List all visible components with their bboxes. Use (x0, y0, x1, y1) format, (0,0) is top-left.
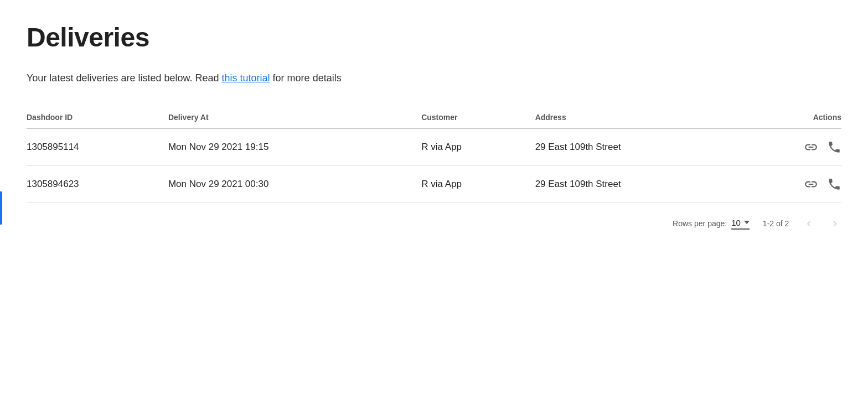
link-icon-row1[interactable] (804, 140, 818, 154)
tutorial-link[interactable]: this tutorial (222, 72, 270, 84)
col-delivery-at: Delivery At (168, 106, 421, 129)
col-actions: Actions (755, 106, 841, 129)
subtitle-text-after: for more details (273, 72, 342, 84)
chevron-down-icon (744, 221, 750, 224)
phone-icon-row2[interactable] (827, 177, 841, 191)
next-page-button[interactable]: › (829, 214, 841, 233)
table-header: Dashdoor ID Delivery At Customer Address… (27, 106, 841, 129)
table-row: 1305894623 Mon Nov 29 2021 00:30 R via A… (27, 166, 841, 203)
rows-per-page-label: Rows per page: (673, 219, 727, 228)
rows-per-page-control: Rows per page: 10 (673, 218, 750, 230)
page-title: Deliveries (27, 22, 841, 53)
header-row: Dashdoor ID Delivery At Customer Address… (27, 106, 841, 129)
cell-address-1: 29 East 109th Street (535, 129, 755, 166)
subtitle-text-before: Your latest deliveries are listed below.… (27, 72, 222, 84)
left-accent-bar (0, 191, 2, 225)
phone-icon-row1[interactable] (827, 140, 841, 154)
link-icon-row2[interactable] (804, 177, 818, 191)
cell-dashdoor-id-1: 1305895114 (27, 129, 168, 166)
col-customer: Customer (421, 106, 535, 129)
table-row: 1305895114 Mon Nov 29 2021 19:15 R via A… (27, 129, 841, 166)
deliveries-table: Dashdoor ID Delivery At Customer Address… (27, 106, 841, 203)
cell-customer-1: R via App (421, 129, 535, 166)
rows-per-page-value: 10 (731, 218, 741, 227)
cell-address-2: 29 East 109th Street (535, 166, 755, 203)
cell-dashdoor-id-2: 1305894623 (27, 166, 168, 203)
prev-page-button[interactable]: ‹ (802, 214, 815, 233)
col-dashdoor-id: Dashdoor ID (27, 106, 168, 129)
col-address: Address (535, 106, 755, 129)
cell-delivery-at-2: Mon Nov 29 2021 00:30 (168, 166, 421, 203)
pagination-bar: Rows per page: 10 1-2 of 2 ‹ › (27, 203, 841, 237)
cell-actions-2 (755, 166, 841, 203)
table-body: 1305895114 Mon Nov 29 2021 19:15 R via A… (27, 129, 841, 203)
cell-delivery-at-1: Mon Nov 29 2021 19:15 (168, 129, 421, 166)
page-info: 1-2 of 2 (763, 219, 789, 228)
cell-actions-1 (755, 129, 841, 166)
page-subtitle: Your latest deliveries are listed below.… (27, 72, 841, 84)
cell-customer-2: R via App (421, 166, 535, 203)
rows-per-page-select[interactable]: 10 (731, 218, 750, 230)
